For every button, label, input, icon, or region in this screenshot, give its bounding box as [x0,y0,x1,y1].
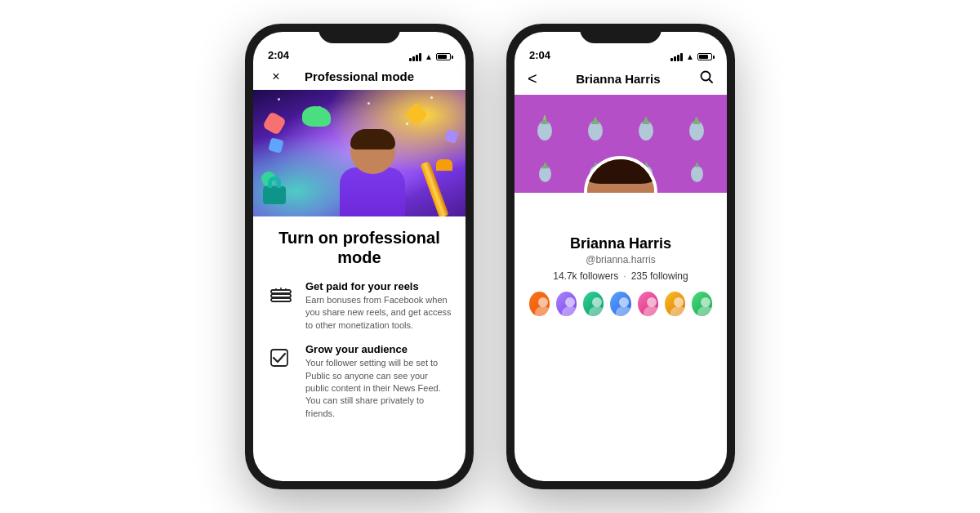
phone1-content: Turn on professional mode [253,216,466,481]
feature-reels-title: Get paid for your reels [305,280,452,292]
pineapple-8 [687,152,707,183]
svg-point-25 [647,297,657,307]
feature-audience-desc: Your follower setting will be set to Pub… [305,357,452,420]
followers-count: 14.7k followers [553,270,618,282]
money-stack-icon [266,280,296,310]
pineapple-5 [535,152,555,183]
wifi-icon-right: ▲ [686,52,694,61]
profile-handle: @brianna.harris [528,254,714,265]
close-button[interactable]: × [266,67,286,87]
svg-rect-1 [271,294,291,297]
svg-point-18 [535,306,551,318]
battery-icon-left [436,53,451,60]
signal-icon-right [670,53,683,61]
phone-left: 2:04 ▲ × Professional mod [245,24,474,489]
time-right: 2:04 [529,49,550,61]
profile-stats: 14.7k followers · 235 following [528,270,714,282]
phone2-header: < Brianna Harris [514,65,727,95]
signal-icon-left [409,53,421,61]
profile-cover [514,95,727,193]
svg-point-17 [538,297,548,307]
lock-deco [263,186,286,204]
friend-avatar-3 [581,290,605,318]
screen-title: Professional mode [305,69,414,83]
hero-image [253,90,466,216]
phone1-header: × Professional mode [253,65,466,90]
feature-reels-desc: Earn bonuses from Facebook when you shar… [305,294,452,332]
feature-audience: Grow your audience Your follower setting… [266,343,452,420]
svg-rect-2 [271,298,291,301]
pineapple-4 [684,105,709,141]
pineapple-2 [583,105,608,141]
friend-avatar-5 [636,290,660,318]
svg-point-24 [616,306,632,318]
svg-point-30 [697,306,714,318]
main-scene: 2:04 ▲ × Professional mod [0,0,980,513]
profile-avatar [584,156,657,193]
back-button[interactable]: < [528,69,537,88]
friends-row [528,290,714,318]
svg-point-20 [562,306,578,318]
profile-name-header: Brianna Harris [576,72,660,86]
svg-point-19 [565,297,575,307]
profile-info: Brianna Harris @brianna.harris 14.7k fol… [514,193,727,318]
svg-point-26 [644,306,660,318]
telescope-deco [439,159,449,216]
friend-avatar-7 [690,290,714,318]
time-left: 2:04 [268,49,289,61]
friend-avatar-1 [528,290,551,318]
phone-right: 2:04 ▲ < Brianna Harris [506,24,735,489]
friend-avatar-4 [608,290,632,318]
feature-reels: Get paid for your reels Earn bonuses fro… [266,280,452,332]
friend-avatar-6 [663,290,687,318]
search-button[interactable] [699,69,714,88]
svg-point-29 [701,297,710,307]
notch-left [318,24,400,43]
svg-point-28 [670,306,687,318]
battery-icon-right [697,53,712,60]
friend-avatar-2 [555,290,578,318]
chameleon-deco [302,106,331,127]
following-count: 235 following [631,270,688,282]
pineapple-1 [532,105,557,141]
status-icons-right: ▲ [670,52,712,61]
audience-icon [266,343,296,372]
dot-separator: · [623,270,626,282]
screen-left: 2:04 ▲ × Professional mod [253,32,466,481]
pineapple-3 [634,105,658,141]
feature-audience-title: Grow your audience [305,343,452,355]
svg-point-23 [619,297,629,307]
hero-person [340,129,405,216]
svg-line-8 [709,79,712,83]
profile-full-name: Brianna Harris [528,235,714,252]
svg-rect-0 [271,290,291,293]
svg-point-27 [674,297,684,307]
notch-right [580,24,662,43]
wifi-icon-left: ▲ [425,52,433,61]
screen-right: 2:04 ▲ < Brianna Harris [514,32,727,481]
svg-point-16 [691,166,703,182]
svg-point-21 [592,297,602,307]
svg-point-22 [589,306,605,318]
status-icons-left: ▲ [409,52,451,61]
main-heading: Turn on professional mode [266,228,452,267]
